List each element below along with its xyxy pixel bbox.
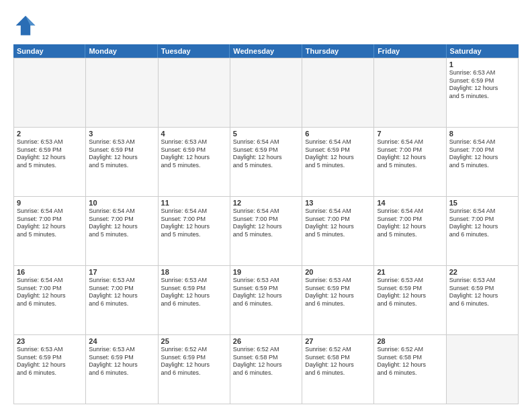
day-number: 24 bbox=[89, 337, 154, 345]
calendar-cell bbox=[86, 58, 158, 128]
day-info: Sunrise: 6:53 AM Sunset: 6:59 PM Dayligh… bbox=[449, 69, 515, 101]
page: SundayMondayTuesdayWednesdayThursdayFrid… bbox=[0, 0, 532, 411]
day-number: 16 bbox=[17, 268, 83, 276]
day-number: 18 bbox=[161, 268, 227, 276]
header-day-sunday: Sunday bbox=[13, 44, 85, 58]
calendar-cell bbox=[230, 58, 302, 128]
calendar-cell bbox=[447, 335, 519, 404]
day-number: 27 bbox=[305, 337, 371, 345]
calendar-cell: 26Sunrise: 6:52 AM Sunset: 6:58 PM Dayli… bbox=[230, 335, 302, 404]
calendar-cell bbox=[159, 58, 230, 128]
calendar-cell: 25Sunrise: 6:52 AM Sunset: 6:59 PM Dayli… bbox=[159, 335, 230, 404]
calendar-cell: 19Sunrise: 6:53 AM Sunset: 6:59 PM Dayli… bbox=[230, 266, 302, 335]
day-number: 10 bbox=[89, 199, 154, 207]
calendar-row-5: 23Sunrise: 6:53 AM Sunset: 6:59 PM Dayli… bbox=[14, 335, 519, 404]
calendar-cell bbox=[302, 58, 374, 128]
calendar-cell: 27Sunrise: 6:52 AM Sunset: 6:58 PM Dayli… bbox=[302, 335, 374, 404]
day-info: Sunrise: 6:54 AM Sunset: 7:00 PM Dayligh… bbox=[233, 208, 299, 239]
day-number: 17 bbox=[89, 268, 154, 276]
calendar-cell: 14Sunrise: 6:54 AM Sunset: 7:00 PM Dayli… bbox=[374, 197, 446, 266]
day-info: Sunrise: 6:53 AM Sunset: 6:59 PM Dayligh… bbox=[161, 277, 227, 308]
calendar-row-4: 16Sunrise: 6:54 AM Sunset: 7:00 PM Dayli… bbox=[14, 266, 519, 335]
calendar-header: SundayMondayTuesdayWednesdayThursdayFrid… bbox=[13, 44, 519, 58]
header-day-thursday: Thursday bbox=[302, 44, 374, 58]
day-number: 7 bbox=[377, 130, 443, 138]
calendar-cell: 5Sunrise: 6:54 AM Sunset: 6:59 PM Daylig… bbox=[230, 128, 302, 197]
calendar-cell: 2Sunrise: 6:53 AM Sunset: 6:59 PM Daylig… bbox=[14, 128, 86, 197]
logo-icon bbox=[13, 13, 38, 38]
calendar-cell: 18Sunrise: 6:53 AM Sunset: 6:59 PM Dayli… bbox=[159, 266, 230, 335]
day-info: Sunrise: 6:53 AM Sunset: 6:59 PM Dayligh… bbox=[17, 138, 83, 170]
calendar-cell: 15Sunrise: 6:54 AM Sunset: 7:00 PM Dayli… bbox=[447, 197, 519, 266]
day-info: Sunrise: 6:53 AM Sunset: 6:59 PM Dayligh… bbox=[89, 138, 154, 170]
day-info: Sunrise: 6:54 AM Sunset: 7:00 PM Dayligh… bbox=[17, 277, 83, 308]
calendar-cell: 9Sunrise: 6:54 AM Sunset: 7:00 PM Daylig… bbox=[14, 197, 86, 266]
day-number: 8 bbox=[449, 130, 515, 138]
calendar-row-1: 1Sunrise: 6:53 AM Sunset: 6:59 PM Daylig… bbox=[14, 58, 519, 128]
day-info: Sunrise: 6:54 AM Sunset: 7:00 PM Dayligh… bbox=[377, 138, 443, 170]
day-info: Sunrise: 6:53 AM Sunset: 7:00 PM Dayligh… bbox=[89, 277, 154, 308]
day-number: 15 bbox=[449, 199, 515, 207]
header bbox=[13, 13, 519, 38]
day-info: Sunrise: 6:53 AM Sunset: 6:59 PM Dayligh… bbox=[305, 277, 371, 308]
calendar-cell: 16Sunrise: 6:54 AM Sunset: 7:00 PM Dayli… bbox=[14, 266, 86, 335]
day-info: Sunrise: 6:52 AM Sunset: 6:58 PM Dayligh… bbox=[233, 346, 299, 377]
calendar-cell: 28Sunrise: 6:52 AM Sunset: 6:58 PM Dayli… bbox=[374, 335, 446, 404]
day-info: Sunrise: 6:54 AM Sunset: 7:00 PM Dayligh… bbox=[377, 208, 443, 239]
day-info: Sunrise: 6:54 AM Sunset: 7:00 PM Dayligh… bbox=[305, 208, 371, 239]
day-number: 23 bbox=[17, 337, 83, 345]
calendar-cell: 8Sunrise: 6:54 AM Sunset: 7:00 PM Daylig… bbox=[447, 128, 519, 197]
day-info: Sunrise: 6:53 AM Sunset: 6:59 PM Dayligh… bbox=[377, 277, 443, 308]
day-info: Sunrise: 6:52 AM Sunset: 6:59 PM Dayligh… bbox=[161, 346, 227, 377]
day-number: 28 bbox=[377, 337, 443, 345]
day-number: 3 bbox=[89, 130, 154, 138]
calendar-cell: 23Sunrise: 6:53 AM Sunset: 6:59 PM Dayli… bbox=[14, 335, 86, 404]
calendar-row-2: 2Sunrise: 6:53 AM Sunset: 6:59 PM Daylig… bbox=[14, 128, 519, 197]
calendar-cell: 13Sunrise: 6:54 AM Sunset: 7:00 PM Dayli… bbox=[302, 197, 374, 266]
day-info: Sunrise: 6:52 AM Sunset: 6:58 PM Dayligh… bbox=[305, 346, 371, 377]
day-info: Sunrise: 6:54 AM Sunset: 7:00 PM Dayligh… bbox=[161, 208, 227, 239]
day-info: Sunrise: 6:53 AM Sunset: 6:59 PM Dayligh… bbox=[17, 346, 83, 377]
calendar-cell: 11Sunrise: 6:54 AM Sunset: 7:00 PM Dayli… bbox=[159, 197, 230, 266]
calendar-cell: 6Sunrise: 6:54 AM Sunset: 6:59 PM Daylig… bbox=[302, 128, 374, 197]
day-number: 25 bbox=[161, 337, 227, 345]
day-number: 2 bbox=[17, 130, 83, 138]
day-number: 6 bbox=[305, 130, 371, 138]
calendar-cell: 17Sunrise: 6:53 AM Sunset: 7:00 PM Dayli… bbox=[86, 266, 158, 335]
calendar-cell: 12Sunrise: 6:54 AM Sunset: 7:00 PM Dayli… bbox=[230, 197, 302, 266]
calendar-cell: 21Sunrise: 6:53 AM Sunset: 6:59 PM Dayli… bbox=[374, 266, 446, 335]
logo bbox=[13, 13, 40, 38]
calendar-row-3: 9Sunrise: 6:54 AM Sunset: 7:00 PM Daylig… bbox=[14, 197, 519, 266]
day-info: Sunrise: 6:52 AM Sunset: 6:58 PM Dayligh… bbox=[377, 346, 443, 377]
calendar-cell: 7Sunrise: 6:54 AM Sunset: 7:00 PM Daylig… bbox=[374, 128, 446, 197]
day-number: 14 bbox=[377, 199, 443, 207]
day-info: Sunrise: 6:54 AM Sunset: 6:59 PM Dayligh… bbox=[305, 138, 371, 170]
day-info: Sunrise: 6:54 AM Sunset: 7:00 PM Dayligh… bbox=[449, 138, 515, 170]
day-number: 11 bbox=[161, 199, 227, 207]
header-day-friday: Friday bbox=[374, 44, 446, 58]
day-number: 9 bbox=[17, 199, 83, 207]
day-number: 26 bbox=[233, 337, 299, 345]
day-info: Sunrise: 6:53 AM Sunset: 6:59 PM Dayligh… bbox=[161, 138, 227, 170]
day-info: Sunrise: 6:53 AM Sunset: 6:59 PM Dayligh… bbox=[233, 277, 299, 308]
day-number: 19 bbox=[233, 268, 299, 276]
calendar-cell: 4Sunrise: 6:53 AM Sunset: 6:59 PM Daylig… bbox=[159, 128, 230, 197]
header-day-wednesday: Wednesday bbox=[230, 44, 302, 58]
day-number: 13 bbox=[305, 199, 371, 207]
day-info: Sunrise: 6:53 AM Sunset: 6:59 PM Dayligh… bbox=[89, 346, 154, 377]
calendar-cell: 10Sunrise: 6:54 AM Sunset: 7:00 PM Dayli… bbox=[86, 197, 158, 266]
day-info: Sunrise: 6:54 AM Sunset: 7:00 PM Dayligh… bbox=[17, 208, 83, 239]
calendar-body: 1Sunrise: 6:53 AM Sunset: 6:59 PM Daylig… bbox=[13, 58, 519, 404]
calendar-cell: 24Sunrise: 6:53 AM Sunset: 6:59 PM Dayli… bbox=[86, 335, 158, 404]
day-number: 22 bbox=[449, 268, 515, 276]
calendar-cell: 22Sunrise: 6:53 AM Sunset: 6:59 PM Dayli… bbox=[447, 266, 519, 335]
calendar-cell: 1Sunrise: 6:53 AM Sunset: 6:59 PM Daylig… bbox=[447, 58, 519, 128]
day-info: Sunrise: 6:54 AM Sunset: 7:00 PM Dayligh… bbox=[89, 208, 154, 239]
header-day-tuesday: Tuesday bbox=[158, 44, 230, 58]
calendar: SundayMondayTuesdayWednesdayThursdayFrid… bbox=[13, 44, 519, 404]
day-number: 5 bbox=[233, 130, 299, 138]
day-info: Sunrise: 6:54 AM Sunset: 7:00 PM Dayligh… bbox=[449, 208, 515, 239]
calendar-cell bbox=[374, 58, 446, 128]
day-number: 4 bbox=[161, 130, 227, 138]
day-number: 1 bbox=[449, 60, 515, 68]
